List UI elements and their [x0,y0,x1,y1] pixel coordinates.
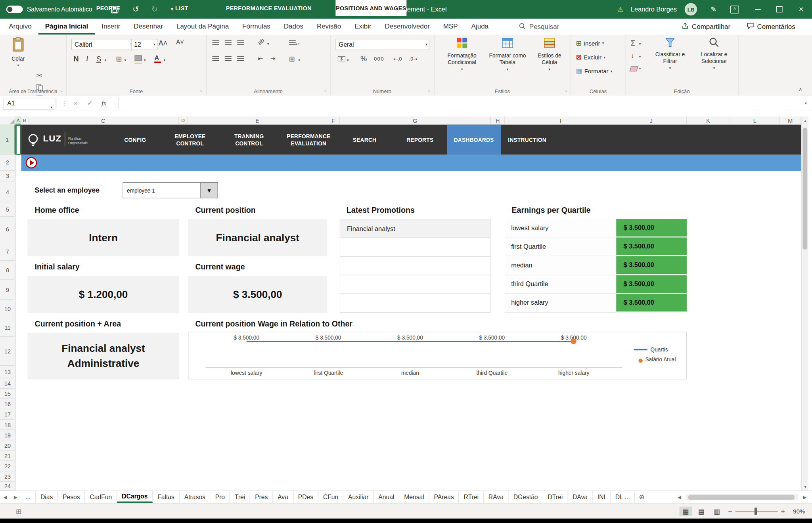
column-header-j[interactable]: J [616,116,687,125]
collapse-ribbon-icon[interactable]: ∧ [799,86,802,92]
fill-color-dropdown-icon[interactable]: ▾ [144,59,146,62]
shrink-font-icon[interactable]: A˅ [176,39,184,46]
sheet-tab[interactable]: Pres [250,491,273,503]
nav-item-reports[interactable]: REPORTS [395,125,445,155]
nav-item-instruction[interactable]: INSTRUCTION [502,125,553,155]
sheet-tab[interactable]: Anual [374,491,400,503]
avatar[interactable]: LB [685,3,697,15]
zoom-in-icon[interactable]: + [777,507,789,516]
insert-cells-button[interactable]: ⊞ Inserir▾ [576,40,604,47]
scroll-right-icon[interactable]: ▶ [800,495,810,500]
zoom-level[interactable]: 90% [789,507,809,516]
column-header-m[interactable]: M [780,116,801,125]
row-header-18[interactable]: 18 [0,420,15,430]
sheet-tab[interactable]: RTrei [459,491,484,503]
sheet-tab[interactable]: Atrasos [180,491,211,503]
sheet-tab[interactable]: Faltas [153,491,180,503]
row-header-9[interactable]: 9 [0,280,15,300]
comments-button[interactable]: Comentários [747,19,795,34]
sheet-tab[interactable]: INI [593,491,611,503]
decrease-indent-icon[interactable]: ⇤ [258,55,263,62]
delete-cells-button[interactable]: ⊠ Excluir▾ [576,54,605,61]
row-header-21[interactable]: 21 [0,451,15,461]
sheet-tab[interactable]: DGestão [509,491,543,503]
decrease-decimals-icon[interactable]: .0⇢ [409,56,417,61]
scroll-up-icon[interactable]: ▲ [802,116,809,125]
orientation-icon[interactable]: ab [257,37,265,46]
sheet-tab[interactable]: CadFun [85,491,117,503]
sort-filter-dropdown-icon[interactable]: ▾ [669,67,671,71]
underline-button[interactable]: S [96,55,101,63]
borders-dropdown-icon[interactable]: ▾ [124,59,126,62]
align-top-icon[interactable] [213,40,219,47]
clear-icon[interactable] [630,66,638,73]
merge-dropdown-icon[interactable]: ▾ [298,59,300,62]
sheet-tab[interactable]: DAva [568,491,593,503]
fill-icon[interactable]: ↓ [631,52,634,59]
sheet-tab[interactable]: PAreas [429,491,459,503]
row-header-20[interactable]: 20 [0,441,15,451]
column-header-b[interactable]: B [21,116,29,125]
conditional-formatting-dropdown-icon[interactable]: ▾ [461,67,463,72]
wage-chart[interactable]: $ 3.500,00 $ 3.500,00 $ 3.500,00 $ 3.500… [188,332,687,379]
scroll-down-icon[interactable]: ▼ [802,482,809,491]
minimize-button[interactable] [747,0,768,19]
user-name[interactable]: Leandro Borges [631,0,677,19]
row-header-5[interactable]: 5 [0,202,15,217]
column-header-h[interactable]: H [491,116,505,125]
subnav-item-list[interactable]: LIST [156,0,208,16]
row-header-24[interactable]: 24 [0,482,15,491]
play-icon[interactable] [25,157,37,171]
sheet-tab[interactable]: DL ... [611,491,635,503]
select-all-corner[interactable] [0,116,16,125]
ribbon-tab-layout[interactable]: Layout da Página [170,19,236,34]
row-header-4[interactable]: 4 [0,181,15,202]
next-sheet-icon[interactable]: ▶ [10,491,21,503]
ribbon-tab-inserir[interactable]: Inserir [95,19,127,34]
borders-icon[interactable]: ⊞ [116,55,122,63]
nav-item-config[interactable]: CONFIG [109,125,161,155]
scroll-left-icon[interactable]: ◀ [674,495,685,500]
comma-style-icon[interactable]: 000 [374,56,384,61]
formula-options-icon[interactable]: ⋮ [61,96,67,111]
normal-view-icon[interactable]: ▦ [680,507,692,516]
number-format-combo[interactable]: Geral▾ [335,39,429,50]
accessibility-status-icon[interactable]: ⊞ [12,507,25,516]
employee-select-value[interactable]: employee 1 [123,182,201,198]
accounting-format-icon[interactable]: $ [338,55,346,63]
insert-function-icon[interactable]: fx [102,96,106,111]
ribbon-tab-exibir[interactable]: Exibir [348,19,378,34]
bold-button[interactable]: N [73,55,79,63]
row-header-3[interactable]: 3 [0,171,15,181]
fill-dropdown-icon[interactable]: ▾ [639,55,641,58]
selected-cell-a1[interactable] [15,125,21,155]
maximize-button[interactable] [768,0,790,19]
subnav-item-people[interactable]: PEOPLE [78,0,139,16]
align-bottom-icon[interactable] [237,40,244,47]
row-header-23[interactable]: 23 [0,471,15,482]
sheet-tab[interactable]: Auxiliar [343,491,373,503]
subnav-item-positions-wages[interactable]: POSITIONS AND WAGES [335,0,406,16]
increase-decimals-icon[interactable]: ⇠.0 [394,56,402,61]
ribbon-tab-revisao[interactable]: Revisão [310,19,348,34]
horizontal-scrollbar[interactable]: ◀ ▶ [674,492,810,502]
sheet-tab[interactable]: Mensal [399,491,429,503]
find-select-button[interactable]: Localizar e Selecionar ▾ [693,37,735,71]
format-as-table-dropdown-icon[interactable]: ▾ [507,67,509,72]
autosum-dropdown-icon[interactable]: ▾ [639,42,641,46]
ribbon-tab-desenvolvedor[interactable]: Desenvolvedor [378,19,437,34]
font-color-dropdown-icon[interactable]: ▾ [164,59,166,62]
row-header-11[interactable]: 11 [0,318,15,337]
autosum-icon[interactable]: Σ [631,39,635,46]
row-header-22[interactable]: 22 [0,461,15,471]
ribbon-display-options-icon[interactable]: ^ [730,0,739,19]
sheet-tab[interactable]: Pesos [58,491,85,503]
close-button[interactable]: × [790,0,812,19]
font-size-combo[interactable]: 12▾ [131,39,157,50]
sheet-tab[interactable]: RAva [484,491,509,503]
nav-item-tranning-control[interactable]: TRANNING CONTROL [221,125,277,155]
notification-icon[interactable]: ⚠ [617,0,623,19]
row-header-17[interactable]: 17 [0,409,15,420]
font-color-icon[interactable]: A [154,54,161,63]
sort-filter-button[interactable]: Classificar e Filtrar ▾ [648,37,692,71]
